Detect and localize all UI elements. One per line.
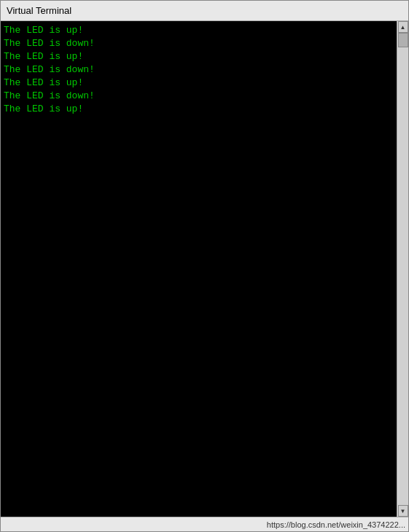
status-url: https://blog.csdn.net/weixin_4374222... [267, 520, 405, 529]
terminal-line: The LED is down! [4, 37, 394, 50]
scroll-thumb[interactable] [398, 33, 408, 47]
terminal-line: The LED is down! [4, 63, 394, 77]
title-bar: Virtual Terminal [1, 1, 408, 21]
terminal-output: The LED is up!The LED is down!The LED is… [1, 21, 397, 517]
terminal-area: The LED is up!The LED is down!The LED is… [1, 21, 408, 517]
status-bar: https://blog.csdn.net/weixin_4374222... [1, 517, 408, 531]
window-title: Virtual Terminal [7, 5, 402, 16]
terminal-line: The LED is up! [4, 77, 394, 90]
scroll-down-button[interactable]: ▼ [398, 505, 408, 517]
scroll-up-button[interactable]: ▲ [398, 21, 408, 33]
terminal-line: The LED is down! [4, 90, 394, 103]
terminal-line: The LED is up! [4, 50, 394, 63]
virtual-terminal-window: Virtual Terminal The LED is up!The LED i… [0, 0, 409, 532]
vertical-scrollbar[interactable]: ▲ ▼ [397, 21, 408, 517]
terminal-line: The LED is up! [4, 103, 394, 116]
terminal-line: The LED is up! [4, 24, 394, 37]
